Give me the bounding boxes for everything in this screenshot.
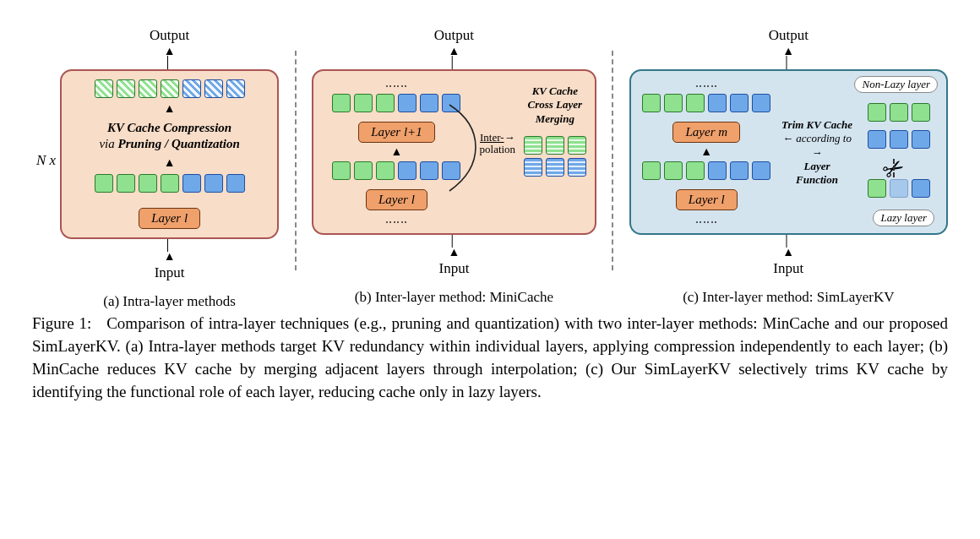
input-label-a: Input bbox=[155, 264, 185, 281]
panel-c-caption: (c) Inter-layer method: SimLayerKV bbox=[683, 289, 894, 306]
divider-icon bbox=[596, 25, 629, 296]
arrow-up-icon: ▲ bbox=[164, 157, 176, 169]
panel-a-card: ▲ KV Cache Compression via Pruning / Qua… bbox=[60, 69, 279, 239]
panel-c-card: Non-Lazy layer Lazy layer ‥‥‥ Layer m ▲ bbox=[629, 69, 948, 235]
panel-b: Output ▲│ ‥‥‥ Layer l+1 ▲ bbox=[312, 25, 596, 296]
kv-row-b-bot bbox=[332, 161, 460, 180]
layer-block-b-bot: Layer l bbox=[366, 189, 427, 210]
arrow-up-icon: │▲ bbox=[164, 239, 176, 263]
dots-icon: ‥‥‥ bbox=[385, 78, 408, 90]
arrow-up-icon: ▲│ bbox=[782, 46, 794, 69]
layer-block-c-top: Layer m bbox=[672, 122, 740, 143]
kv-row-c-top bbox=[642, 94, 770, 112]
layer-block-a: Layer l bbox=[139, 208, 200, 229]
merge-curve-icon bbox=[445, 96, 504, 198]
arrow-up-icon: │▲ bbox=[448, 235, 460, 259]
panel-a-caption: (a) Intra-layer methods bbox=[103, 293, 236, 310]
panel-a: Output ▲│ ▲ KV Cache Compression via Pru… bbox=[60, 25, 279, 296]
merge-label: KV Cache Cross Layer Merging bbox=[528, 84, 583, 126]
arrow-up-icon: ▲ bbox=[700, 146, 712, 158]
nx-label: N x bbox=[32, 25, 60, 296]
panel-b-card: ‥‥‥ Layer l+1 ▲ Layer l ‥‥‥ bbox=[312, 69, 596, 235]
figure-number: Figure 1: bbox=[32, 314, 91, 332]
divider-icon bbox=[279, 25, 312, 296]
arrow-up-icon: ▲│ bbox=[164, 46, 176, 69]
kv-row-b-top bbox=[332, 94, 460, 112]
figure-caption: Figure 1: Comparison of intra-layer tech… bbox=[32, 313, 948, 404]
output-label-a: Output bbox=[150, 27, 189, 44]
arrow-up-icon: │▲ bbox=[782, 235, 794, 259]
kv-row-original bbox=[95, 174, 245, 193]
kv-row-compressed bbox=[95, 79, 245, 98]
lazy-tag: Lazy layer bbox=[873, 210, 934, 226]
arrow-up-icon: ▲│ bbox=[448, 46, 460, 69]
layer-block-b-top: Layer l+1 bbox=[358, 122, 435, 143]
cut-line-icon bbox=[893, 159, 895, 177]
panel-c: Output ▲│ Non-Lazy layer Lazy layer ‥‥‥ … bbox=[629, 25, 948, 296]
caption-text: Comparison of intra-layer techniques (e.… bbox=[32, 314, 948, 400]
arrow-up-icon: ▲ bbox=[164, 103, 176, 115]
input-label-b: Input bbox=[438, 260, 469, 277]
layer-block-c-bot: Layer l bbox=[676, 189, 738, 210]
output-label-c: Output bbox=[769, 27, 808, 44]
arrow-up-icon: ▲ bbox=[390, 146, 402, 158]
kv-row-merged-b bbox=[524, 158, 586, 177]
dots-icon: ‥‥‥ bbox=[695, 214, 718, 226]
compress-text: KV Cache Compression via Pruning / Quant… bbox=[99, 120, 239, 152]
dots-icon: ‥‥‥ bbox=[695, 78, 718, 90]
dots-icon: ‥‥‥ bbox=[385, 214, 408, 226]
trim-label: Trim KV Cache ← according to → Layer Fun… bbox=[779, 118, 855, 187]
kv-row-merged-g bbox=[524, 136, 586, 155]
output-label-b: Output bbox=[434, 27, 474, 44]
kv-nonlazy-b bbox=[868, 130, 930, 149]
kv-row-c-bot bbox=[642, 161, 770, 180]
nonlazy-tag: Non-Lazy layer bbox=[854, 76, 938, 93]
kv-nonlazy-g bbox=[868, 103, 930, 122]
input-label-c: Input bbox=[773, 260, 803, 277]
panel-b-caption: (b) Inter-layer method: MiniCache bbox=[355, 289, 553, 306]
